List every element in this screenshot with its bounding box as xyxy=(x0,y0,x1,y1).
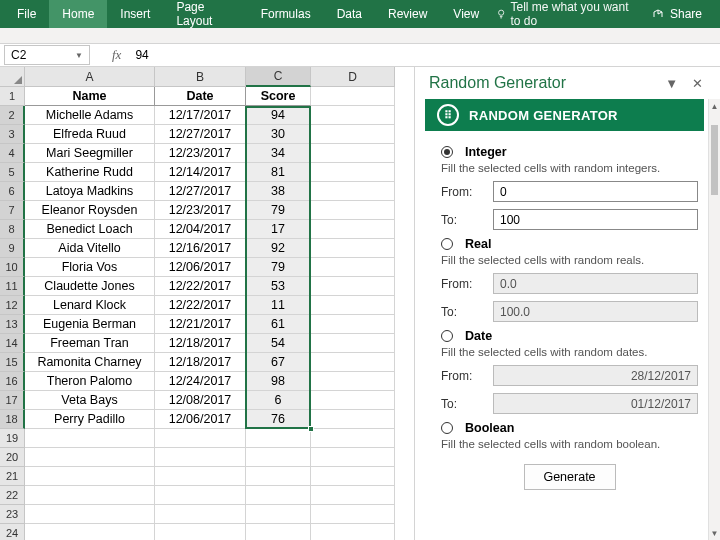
name-box[interactable]: C2 ▼ xyxy=(4,45,90,65)
cell[interactable] xyxy=(25,505,155,524)
tell-me[interactable]: Tell me what you want to do xyxy=(496,0,638,28)
tab-formulas[interactable]: Formulas xyxy=(248,0,324,28)
cell[interactable] xyxy=(155,505,246,524)
tab-home[interactable]: Home xyxy=(49,0,107,28)
row-header[interactable]: 1 xyxy=(0,87,25,106)
cell[interactable]: 98 xyxy=(246,372,311,391)
cell[interactable] xyxy=(311,467,395,486)
cell[interactable]: 12/23/2017 xyxy=(155,144,246,163)
cell[interactable]: 76 xyxy=(246,410,311,429)
cell[interactable]: Freeman Tran xyxy=(25,334,155,353)
cell[interactable] xyxy=(311,334,395,353)
cell[interactable]: 17 xyxy=(246,220,311,239)
cell[interactable]: 79 xyxy=(246,258,311,277)
real-to-input[interactable] xyxy=(493,301,698,322)
cell[interactable]: Perry Padillo xyxy=(25,410,155,429)
cell[interactable]: 12/27/2017 xyxy=(155,182,246,201)
row-header[interactable]: 10 xyxy=(0,258,25,277)
row-header[interactable]: 5 xyxy=(0,163,25,182)
name-box-dropdown-icon[interactable]: ▼ xyxy=(75,51,83,60)
cell[interactable]: 12/06/2017 xyxy=(155,410,246,429)
radio-date[interactable] xyxy=(441,330,453,342)
tab-review[interactable]: Review xyxy=(375,0,440,28)
radio-real[interactable] xyxy=(441,238,453,250)
cell[interactable]: Benedict Loach xyxy=(25,220,155,239)
cell[interactable]: 61 xyxy=(246,315,311,334)
date-from-input[interactable] xyxy=(493,365,698,386)
row-header[interactable]: 2 xyxy=(0,106,25,125)
cell[interactable] xyxy=(311,258,395,277)
cell[interactable]: 12/04/2017 xyxy=(155,220,246,239)
cell[interactable] xyxy=(155,429,246,448)
cell[interactable]: Lenard Klock xyxy=(25,296,155,315)
select-all-cell[interactable] xyxy=(0,67,25,87)
cell[interactable] xyxy=(311,106,395,125)
int-to-input[interactable] xyxy=(493,209,698,230)
row-header[interactable]: 21 xyxy=(0,467,25,486)
panel-menu-icon[interactable]: ▼ xyxy=(658,76,685,91)
col-header-c[interactable]: C xyxy=(246,67,311,87)
cell[interactable] xyxy=(246,467,311,486)
row-header[interactable]: 7 xyxy=(0,201,25,220)
col-header-b[interactable]: B xyxy=(155,67,246,87)
tab-view[interactable]: View xyxy=(440,0,492,28)
cell[interactable] xyxy=(25,448,155,467)
cell[interactable]: 12/17/2017 xyxy=(155,106,246,125)
cell[interactable] xyxy=(311,163,395,182)
cell[interactable] xyxy=(311,353,395,372)
row-header[interactable]: 22 xyxy=(0,486,25,505)
cell[interactable]: 12/21/2017 xyxy=(155,315,246,334)
cell[interactable] xyxy=(311,505,395,524)
cell[interactable] xyxy=(311,277,395,296)
cell[interactable]: 67 xyxy=(246,353,311,372)
date-to-input[interactable] xyxy=(493,393,698,414)
cell[interactable]: Veta Bays xyxy=(25,391,155,410)
cell[interactable]: 12/24/2017 xyxy=(155,372,246,391)
cell[interactable] xyxy=(155,486,246,505)
cell[interactable] xyxy=(246,505,311,524)
cell[interactable] xyxy=(246,524,311,540)
cell[interactable] xyxy=(311,125,395,144)
cell[interactable] xyxy=(311,220,395,239)
cell[interactable]: 12/23/2017 xyxy=(155,201,246,220)
radio-integer[interactable] xyxy=(441,146,453,158)
cell[interactable] xyxy=(25,467,155,486)
cell[interactable]: 94 xyxy=(246,106,311,125)
col-header-d[interactable]: D xyxy=(311,67,395,87)
cell[interactable]: 12/22/2017 xyxy=(155,277,246,296)
cell[interactable] xyxy=(311,239,395,258)
cell[interactable]: 6 xyxy=(246,391,311,410)
cell[interactable]: 38 xyxy=(246,182,311,201)
cell[interactable] xyxy=(311,391,395,410)
row-header[interactable]: 17 xyxy=(0,391,25,410)
row-header[interactable]: 13 xyxy=(0,315,25,334)
cell[interactable] xyxy=(311,296,395,315)
cell[interactable]: Theron Palomo xyxy=(25,372,155,391)
row-header[interactable]: 18 xyxy=(0,410,25,429)
row-header[interactable]: 4 xyxy=(0,144,25,163)
share-button[interactable]: Share xyxy=(638,7,716,21)
cell[interactable]: Score xyxy=(246,87,311,106)
row-header[interactable]: 12 xyxy=(0,296,25,315)
cell[interactable]: 12/18/2017 xyxy=(155,353,246,372)
row-header[interactable]: 3 xyxy=(0,125,25,144)
cell[interactable] xyxy=(25,524,155,540)
generate-button[interactable]: Generate xyxy=(524,464,616,490)
cell[interactable]: 12/06/2017 xyxy=(155,258,246,277)
cell[interactable]: 12/16/2017 xyxy=(155,239,246,258)
cell[interactable] xyxy=(311,201,395,220)
cell[interactable] xyxy=(155,467,246,486)
close-icon[interactable]: ✕ xyxy=(685,76,710,91)
cell[interactable]: Latoya Madkins xyxy=(25,182,155,201)
scroll-thumb[interactable] xyxy=(711,125,718,195)
cell[interactable] xyxy=(311,410,395,429)
radio-boolean[interactable] xyxy=(441,422,453,434)
row-header[interactable]: 11 xyxy=(0,277,25,296)
cell[interactable] xyxy=(246,429,311,448)
tab-insert[interactable]: Insert xyxy=(107,0,163,28)
scroll-up-icon[interactable]: ▲ xyxy=(709,99,720,113)
cell[interactable]: Katherine Rudd xyxy=(25,163,155,182)
cell[interactable] xyxy=(155,448,246,467)
cell[interactable]: 53 xyxy=(246,277,311,296)
row-header[interactable]: 20 xyxy=(0,448,25,467)
